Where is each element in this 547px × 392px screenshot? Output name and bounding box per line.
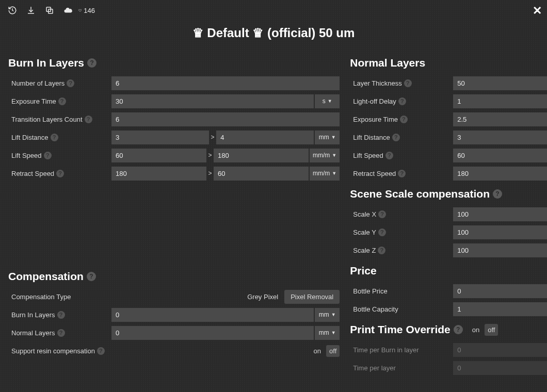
normal-lift-distance-label: Lift Distance? — [350, 134, 453, 141]
pto-heading: Print Time Override? on off — [350, 323, 547, 336]
help-icon[interactable]: ? — [378, 247, 385, 254]
help-icon[interactable]: ? — [67, 79, 74, 87]
burn-lift-speed-unit[interactable]: mm/m▼ — [310, 149, 340, 162]
pto-off[interactable]: off — [485, 324, 498, 336]
burn-retract-b[interactable] — [214, 167, 309, 181]
scale-x-label: Scale X? — [350, 210, 453, 218]
light-off-input[interactable] — [453, 94, 547, 108]
normal-heading: Normal Layers — [350, 57, 547, 69]
grey-pixel-option[interactable]: Grey Pixel — [241, 290, 284, 304]
burn-retract-unit[interactable]: mm/m▼ — [310, 167, 340, 181]
cloud-icon[interactable] — [60, 3, 76, 18]
scale-heading: Scene Scale compensation? — [350, 188, 547, 200]
light-off-label: Light-off Delay? — [350, 97, 453, 105]
support-resin-label: Support resin compensation? — [8, 347, 105, 355]
pto-burn-input — [453, 343, 547, 357]
bottle-capacity-label: Bottle Capacity — [350, 305, 453, 313]
scale-x-input[interactable] — [453, 207, 547, 221]
compensation-type-label: Compensation Type — [8, 293, 111, 301]
number-of-layers-input[interactable] — [111, 76, 340, 90]
pto-on[interactable]: on — [469, 324, 482, 336]
comp-burn-label: Burn In Layers? — [8, 311, 111, 319]
help-icon[interactable]: ? — [87, 58, 96, 68]
history-icon[interactable] — [4, 3, 21, 18]
transition-count-label: Transition Layers Count? — [8, 116, 111, 123]
comp-normal-label: Normal Layers? — [8, 329, 111, 337]
help-icon[interactable]: ? — [58, 97, 66, 105]
burn-retract-label: Retract Speed? — [8, 170, 111, 177]
help-icon[interactable]: ? — [404, 79, 412, 87]
burn-lift-distance-label: Lift Distance? — [8, 134, 111, 141]
comp-normal-unit[interactable]: mm▼ — [315, 326, 340, 340]
help-icon[interactable]: ? — [44, 152, 52, 159]
normal-retract-a[interactable] — [453, 167, 547, 181]
help-icon[interactable]: ? — [392, 134, 400, 141]
burn-exposure-unit[interactable]: s▼ — [315, 94, 340, 108]
normal-retract-label: Retract Speed? — [350, 170, 453, 177]
burn-exposure-input[interactable] — [111, 94, 314, 108]
burn-lift-distance-b[interactable] — [216, 130, 314, 144]
burn-lift-speed-label: Lift Speed? — [8, 152, 111, 159]
help-icon[interactable]: ? — [398, 97, 406, 105]
normal-lift-speed-label: Lift Speed? — [350, 152, 453, 159]
normal-exposure-label: Exposure Time? — [350, 116, 453, 123]
sep-icon: > — [206, 167, 214, 181]
sep-icon: > — [206, 149, 214, 162]
download-icon[interactable] — [23, 3, 39, 18]
compensation-heading: Compensation? — [8, 270, 340, 283]
scale-z-label: Scale Z? — [350, 247, 453, 254]
support-resin-on[interactable]: on — [311, 345, 324, 357]
help-icon[interactable]: ? — [51, 134, 58, 141]
burn-exposure-label: Exposure Time? — [8, 97, 111, 105]
help-icon[interactable]: ? — [97, 347, 105, 355]
burn-lift-speed-b[interactable] — [214, 149, 309, 162]
layer-thickness-input[interactable] — [453, 76, 547, 90]
comp-burn-input[interactable] — [111, 308, 314, 322]
help-icon[interactable]: ? — [56, 170, 64, 177]
bottle-price-label: Bottle Price — [350, 287, 453, 295]
normal-lift-distance-a[interactable] — [453, 130, 547, 144]
likes-count: 146 — [84, 7, 95, 14]
help-icon[interactable]: ? — [378, 228, 386, 236]
comp-burn-unit[interactable]: mm▼ — [315, 308, 340, 322]
scale-y-input[interactable] — [453, 225, 547, 239]
pto-layer-label: Time per layer — [350, 364, 453, 372]
page-title: ♛ Default ♛ (official) 50 um — [0, 26, 547, 40]
help-icon[interactable]: ? — [493, 189, 502, 199]
sep-icon: > — [209, 130, 216, 144]
help-icon[interactable]: ? — [378, 210, 386, 218]
burn-lift-distance-unit[interactable]: mm▼ — [315, 130, 340, 144]
pto-layer-input — [453, 361, 547, 375]
transition-count-input[interactable] — [111, 112, 340, 126]
burn-lift-speed-a[interactable] — [111, 149, 206, 162]
help-icon[interactable]: ? — [398, 170, 406, 177]
help-icon[interactable]: ? — [85, 116, 92, 123]
burn-heading: Burn In Layers? — [8, 57, 340, 69]
close-icon[interactable]: ✕ — [533, 4, 542, 18]
scale-z-input[interactable] — [453, 243, 547, 257]
normal-lift-speed-a[interactable] — [453, 149, 547, 162]
bottle-price-input[interactable] — [453, 284, 547, 298]
help-icon[interactable]: ? — [385, 152, 393, 159]
scale-y-label: Scale Y? — [350, 228, 453, 236]
toolbar: 146 ✕ — [0, 0, 547, 21]
price-heading: Price — [350, 265, 547, 277]
likes-button[interactable]: 146 — [78, 3, 95, 18]
layer-thickness-label: Layer Thickness? — [350, 79, 453, 87]
help-icon[interactable]: ? — [454, 325, 463, 334]
help-icon[interactable]: ? — [87, 272, 96, 281]
pto-burn-label: Time per Burn in layer — [350, 346, 453, 354]
help-icon[interactable]: ? — [400, 116, 408, 123]
pixel-removal-option[interactable]: Pixel Removal — [284, 290, 340, 304]
burn-lift-distance-a[interactable] — [111, 130, 209, 144]
help-icon[interactable]: ? — [57, 329, 65, 337]
copy-icon[interactable] — [41, 3, 58, 18]
comp-normal-input[interactable] — [111, 326, 314, 340]
number-of-layers-label: Number of Layers? — [8, 79, 111, 87]
support-resin-off[interactable]: off — [326, 345, 340, 357]
normal-exposure-input[interactable] — [453, 112, 547, 126]
burn-retract-a[interactable] — [111, 167, 206, 181]
help-icon[interactable]: ? — [57, 311, 65, 319]
bottle-capacity-input[interactable] — [453, 302, 547, 316]
